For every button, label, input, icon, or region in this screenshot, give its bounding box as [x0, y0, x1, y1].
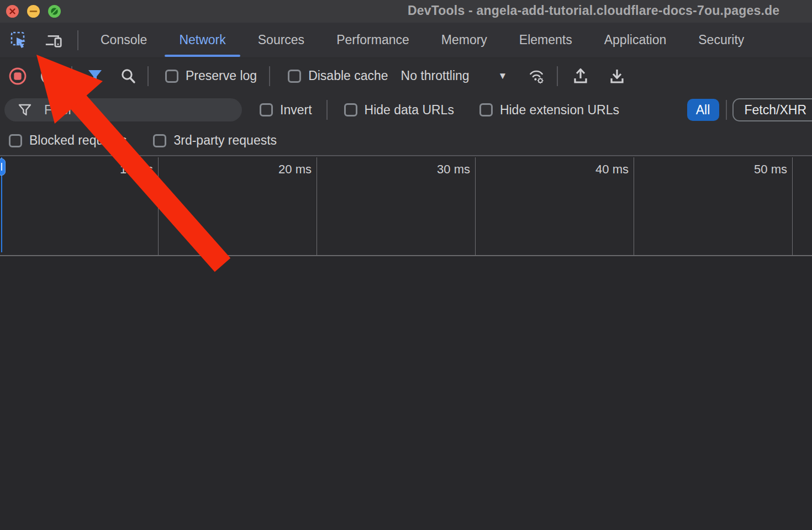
tab-performance[interactable]: Performance — [335, 23, 410, 57]
blocked-requests-label: Blocked requests — [29, 133, 126, 148]
filter-all-button[interactable]: All — [687, 99, 719, 121]
overview-left-handle[interactable] — [0, 158, 6, 176]
invert-checkbox[interactable] — [260, 103, 273, 116]
tab-security[interactable]: Security — [697, 23, 745, 57]
tab-network[interactable]: Network — [178, 23, 226, 57]
tabbar-separator — [77, 30, 78, 50]
invert-label: Invert — [280, 103, 312, 118]
device-toolbar-icon[interactable] — [44, 31, 63, 50]
tab-elements[interactable]: Elements — [518, 23, 573, 57]
preserve-log-label: Preserve log — [186, 68, 257, 83]
disable-cache-label: Disable cache — [308, 68, 388, 83]
blocked-requests-checkbox[interactable] — [9, 134, 22, 147]
hide-data-urls-label: Hide data URLs — [365, 103, 454, 118]
timeline-tick-label: 30 ms — [437, 162, 470, 177]
network-conditions-icon[interactable] — [527, 67, 546, 86]
toolbar-separator — [147, 66, 149, 86]
timeline-column: 20 ms — [159, 157, 317, 255]
filter-separator — [726, 100, 727, 120]
search-icon[interactable] — [119, 67, 138, 86]
hide-data-urls-checkbox[interactable] — [344, 103, 357, 116]
throttling-value: No throttling — [401, 68, 470, 83]
toolbar-separator — [269, 66, 270, 86]
third-party-requests-checkbox[interactable] — [153, 134, 166, 147]
third-party-requests-label: 3rd-party requests — [173, 133, 277, 148]
traffic-lights — [0, 5, 61, 18]
disable-cache-checkbox[interactable] — [288, 70, 301, 83]
tab-console[interactable]: Console — [99, 23, 148, 57]
toolbar-separator — [557, 66, 558, 86]
filter-input[interactable] — [44, 103, 221, 118]
tab-memory[interactable]: Memory — [440, 23, 488, 57]
throttling-dropdown[interactable]: No throttling ▼ — [401, 68, 508, 83]
timeline-column: 30 ms — [317, 157, 476, 255]
timeline-column: 40 ms — [476, 157, 634, 255]
close-icon[interactable] — [6, 5, 19, 18]
timeline-tick-label: 50 ms — [754, 162, 787, 177]
network-overview-timeline[interactable]: 10 ms 20 ms 30 ms 40 ms 50 ms — [0, 157, 812, 256]
devtools-tabbar: Console Network Sources Performance Memo… — [0, 23, 812, 58]
panel-tabs: Console Network Sources Performance Memo… — [99, 23, 745, 57]
filter-separator — [326, 100, 328, 120]
timeline-tick-label: 20 ms — [278, 162, 312, 177]
filter-fetch-xhr-button[interactable]: Fetch/XHR — [732, 98, 812, 121]
filter-input-container[interactable] — [4, 98, 242, 121]
minimize-icon[interactable] — [27, 5, 40, 18]
timeline-column — [793, 157, 812, 255]
import-har-icon[interactable] — [571, 67, 590, 86]
timeline-tick-label: 40 ms — [595, 162, 629, 177]
inspect-cursor-icon[interactable] — [10, 31, 29, 50]
tab-sources[interactable]: Sources — [257, 23, 305, 57]
hide-extension-urls-label: Hide extension URLs — [500, 103, 619, 118]
network-request-list-empty: Recordi Perform a request — [0, 257, 812, 530]
toolbar-separator — [71, 66, 72, 86]
timeline-column: 50 ms — [634, 157, 793, 255]
window-titlebar: DevTools - angela-add-tutorial.cloudflar… — [0, 0, 812, 23]
filter-funnel-icon[interactable] — [86, 67, 104, 86]
clear-icon[interactable] — [39, 67, 58, 86]
tab-application[interactable]: Application — [603, 23, 668, 57]
chevron-down-icon: ▼ — [498, 71, 508, 82]
preserve-log-checkbox[interactable] — [165, 70, 178, 83]
network-filter-bar: Invert Hide data URLs Hide extension URL… — [0, 94, 812, 126]
export-har-icon[interactable] — [608, 67, 626, 86]
hide-extension-urls-checkbox[interactable] — [479, 103, 493, 116]
record-stop-icon[interactable] — [8, 67, 27, 86]
window-title: DevTools - angela-add-tutorial.cloudflar… — [408, 3, 779, 18]
timeline-tick-label: 10 ms — [120, 162, 153, 177]
network-filter-bar-2: Blocked requests 3rd-party requests — [0, 126, 812, 156]
network-toolbar: Preserve log Disable cache No throttling… — [0, 58, 812, 94]
filter-funnel-small-icon — [18, 103, 32, 117]
zoom-icon[interactable] — [48, 5, 61, 18]
timeline-column: 10 ms — [0, 157, 159, 255]
